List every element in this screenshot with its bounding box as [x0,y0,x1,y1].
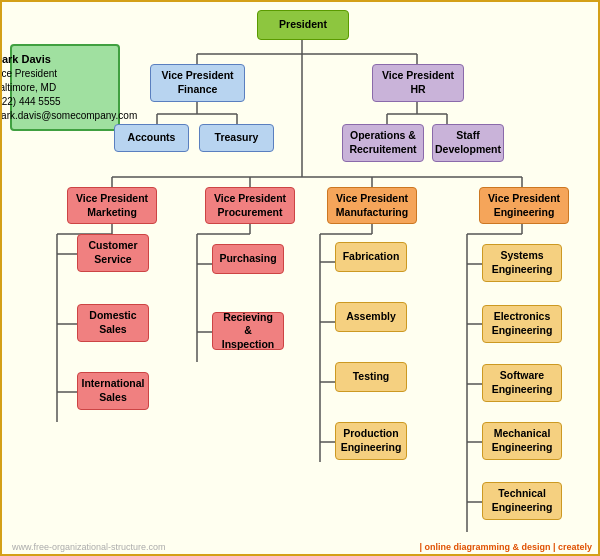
purchasing-node: Purchasing [212,244,284,274]
fabrication-node: Fabrication [335,242,407,272]
testing-node: Testing [335,362,407,392]
contact-card: Mark Davis Vice President Baltimore, MD … [10,44,120,131]
contact-city: Baltimore, MD [0,81,137,95]
president-node: President [257,10,349,40]
software-eng-node: Software Engineering [482,364,562,402]
domestic-sales-node: Domestic Sales [77,304,149,342]
org-chart: Mark Davis Vice President Baltimore, MD … [2,2,600,556]
contact-title: Vice President [0,67,137,81]
vp-marketing-node: Vice President Marketing [67,187,157,224]
production-eng-node: Production Engineering [335,422,407,460]
customer-service-node: Customer Service [77,234,149,272]
contact-phone: (222) 444 5555 [0,95,137,109]
receiving-node: Recieving & Inspection [212,312,284,350]
vp-finance-node: Vice President Finance [150,64,245,102]
vp-hr-node: Vice President HR [372,64,464,102]
creately-logo: | online diagramming & design | creately [419,542,592,552]
contact-name: Mark Davis [0,52,137,67]
vp-procurement-node: Vice President Procurement [205,187,295,224]
assembly-node: Assembly [335,302,407,332]
accounts-node: Accounts [114,124,189,152]
technical-eng-node: Technical Engineering [482,482,562,520]
watermark: www.free-organizational-structure.com [12,542,166,552]
staff-dev-node: Staff Development [432,124,504,162]
systems-eng-node: Systems Engineering [482,244,562,282]
operations-node: Operations & Recruitement [342,124,424,162]
mechanical-eng-node: Mechanical Engineering [482,422,562,460]
vp-engineering-node: Vice President Engineering [479,187,569,224]
contact-email: mark.davis@somecompany.com [0,109,137,123]
electronics-eng-node: Electronics Engineering [482,305,562,343]
international-sales-node: International Sales [77,372,149,410]
treasury-node: Treasury [199,124,274,152]
vp-manufacturing-node: Vice President Manufacturing [327,187,417,224]
